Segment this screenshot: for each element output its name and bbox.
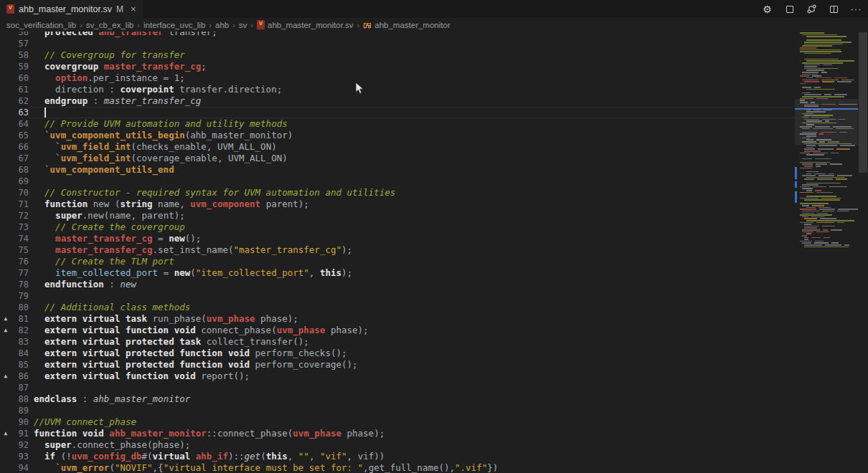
code-line[interactable]: 60 option.per_instance = 1; — [0, 72, 795, 84]
code-line-text — [29, 38, 795, 49]
code-line[interactable]: 72 super.new(name, parent); — [0, 210, 795, 221]
breadcrumb-separator: › — [137, 21, 140, 29]
gutter-spacer — [0, 382, 11, 393]
code-line[interactable]: 89 — [0, 405, 795, 416]
code-line[interactable]: 79 — [0, 290, 795, 302]
code-line[interactable]: 62 endgroup : master_transfer_cg — [0, 95, 795, 107]
code-line[interactable]: 75 master_transfer_cg.set_inst_name("mas… — [0, 244, 795, 256]
code-line[interactable]: 59 covergroup master_transfer_cg; — [0, 61, 795, 72]
close-icon[interactable]: × — [131, 4, 136, 14]
code-line[interactable]: 63 — [0, 107, 795, 118]
line-number: 81 — [11, 313, 29, 325]
code-line[interactable]: 78 endfunction : new — [0, 279, 795, 290]
line-number: 92 — [11, 439, 29, 451]
code-line[interactable]: 92 super.connect_phase(phase); — [0, 439, 795, 451]
editor-actions: ⚙ ··· — [761, 0, 862, 18]
code-line[interactable]: 74 master_transfer_cg = new(); — [0, 233, 795, 244]
gutter-spacer — [0, 233, 11, 244]
breadcrumb-item-sv[interactable]: sv — [239, 21, 247, 29]
code-line[interactable]: ▲82 extern virtual function void connect… — [0, 325, 795, 336]
gutter-spacer — [0, 176, 11, 187]
code-line[interactable]: 65 `uvm_component_utils_begin(ahb_master… — [0, 130, 795, 141]
code-line-text: `uvm_field_int(coverage_enable, UVM_ALL_… — [29, 153, 795, 164]
line-number: 72 — [11, 210, 29, 221]
gear-icon[interactable]: ⚙ — [761, 3, 773, 15]
code-line[interactable]: 57 — [0, 38, 795, 49]
code-line[interactable]: 85 extern virtual protected function voi… — [0, 359, 795, 371]
gutter-spacer — [0, 49, 11, 61]
code-line-text: option.per_instance = 1; — [29, 72, 795, 84]
gutter-spacer — [0, 221, 11, 233]
code-line-text: item_collected_port = new("item_collecte… — [29, 267, 795, 279]
gutter-spacer — [0, 187, 11, 199]
breadcrumb-item-ahb-master-monitor[interactable]: ahb_master_monitor — [363, 21, 450, 29]
breadcrumb-item-ahb[interactable]: ahb — [215, 21, 229, 29]
line-number: 76 — [11, 256, 29, 267]
breadcrumb-label: ahb_master_monitor — [374, 21, 450, 29]
code-line[interactable]: 90//UVM connect_phase — [0, 416, 795, 428]
gutter-spacer — [0, 462, 11, 473]
code-line[interactable]: 94 `uvm_error("NOVIF",{"virtual interfac… — [0, 462, 795, 473]
code-line[interactable]: ▲81 extern virtual task run_phase(uvm_ph… — [0, 313, 795, 325]
tab-ahb-master-monitor[interactable]: ahb_master_monitor.sv M × — [0, 0, 143, 18]
gutter-triangle-icon: ▲ — [0, 313, 11, 325]
breadcrumb-item-sv-cb-ex-lib[interactable]: sv_cb_ex_lib — [86, 21, 133, 29]
code-line[interactable]: 73 // Create the covergroup — [0, 221, 795, 233]
code-line[interactable]: 84 extern virtual protected function voi… — [0, 348, 795, 359]
code-line[interactable]: 61 direction : coverpoint transfer.direc… — [0, 84, 795, 95]
code-line[interactable]: 64 // Provide UVM automation and utility… — [0, 118, 795, 130]
code-line[interactable]: 71 function new (string name, uvm_compon… — [0, 199, 795, 210]
breadcrumb-item-soc-verification-lib[interactable]: soc_verification_lib — [6, 21, 76, 29]
code-line[interactable]: 83 extern virtual protected task collect… — [0, 336, 795, 348]
line-number: 77 — [11, 267, 29, 279]
more-actions-icon[interactable]: ··· — [850, 3, 862, 15]
class-symbol-icon — [363, 21, 372, 29]
code-line-text: extern virtual task run_phase(uvm_phase … — [29, 313, 795, 325]
vertical-scrollbar[interactable] — [858, 18, 868, 473]
code-line-text: // Provide UVM automation and utility me… — [29, 118, 795, 130]
code-line-text: // Covergroup for transfer — [29, 49, 795, 61]
scrollbar-thumb[interactable] — [859, 32, 867, 173]
code-editor[interactable]: 56 protected ahb_transfer transfer;5758 … — [0, 27, 795, 473]
code-line[interactable]: 87 — [0, 382, 795, 393]
code-line-text — [29, 382, 795, 393]
minimap-modified-mark — [795, 191, 797, 203]
compare-changes-icon[interactable] — [806, 3, 818, 15]
breadcrumb-item-interface-uvc-lib[interactable]: interface_uvc_lib — [143, 21, 205, 29]
minimap-viewport-slider[interactable] — [795, 99, 858, 145]
square-icon[interactable] — [783, 3, 796, 15]
gutter-spacer — [0, 141, 11, 153]
line-number: 58 — [11, 49, 29, 61]
code-line[interactable]: 70 // Constructor - required syntax for … — [0, 187, 795, 199]
breadcrumb-item-ahb-master-monitor-sv[interactable]: ahb_master_monitor.sv — [257, 20, 354, 29]
line-number: 75 — [11, 244, 29, 256]
line-number: 89 — [11, 405, 29, 416]
code-line[interactable]: 93 if (!uvm_config_db#(virtual ahb_if)::… — [0, 451, 795, 462]
line-number: 82 — [11, 325, 29, 336]
code-line-text: // Create the TLM port — [29, 256, 795, 267]
code-line[interactable]: 66 `uvm_field_int(checks_enable, UVM_ALL… — [0, 141, 795, 153]
minimap[interactable] — [795, 18, 858, 473]
code-line[interactable]: 58 // Covergroup for transfer — [0, 49, 795, 61]
code-line[interactable]: 77 item_collected_port = new("item_colle… — [0, 267, 795, 279]
code-line[interactable]: 69 — [0, 176, 795, 187]
gutter-spacer — [0, 244, 11, 256]
sv-file-icon — [6, 4, 14, 14]
split-editor-icon[interactable] — [828, 3, 840, 15]
code-line[interactable]: ▲86 extern virtual function void report(… — [0, 371, 795, 382]
code-line[interactable]: 88endclass : ahb_master_monitor — [0, 393, 795, 405]
code-line-text: // Create the covergroup — [29, 221, 795, 233]
code-line-text: function void ahb_master_monitor::connec… — [29, 428, 795, 439]
code-line-text: // Constructor - required syntax for UVM… — [29, 187, 795, 199]
code-line[interactable]: 80 // Additional class methods — [0, 302, 795, 313]
vscode-window: ahb_master_monitor.sv M × ⚙ ··· soc_veri — [0, 0, 868, 473]
code-line[interactable]: 67 `uvm_field_int(coverage_enable, UVM_A… — [0, 153, 795, 164]
code-line-text: function new (string name, uvm_component… — [29, 199, 795, 210]
code-line-text: if (!uvm_config_db#(virtual ahb_if)::get… — [29, 451, 795, 462]
code-line[interactable]: ▲91function void ahb_master_monitor::con… — [0, 428, 795, 439]
gutter-spacer — [0, 439, 11, 451]
gutter-spacer — [0, 393, 11, 405]
code-line-text: endfunction : new — [29, 279, 795, 290]
code-line[interactable]: 76 // Create the TLM port — [0, 256, 795, 267]
code-line[interactable]: 68 `uvm_component_utils_end — [0, 164, 795, 176]
